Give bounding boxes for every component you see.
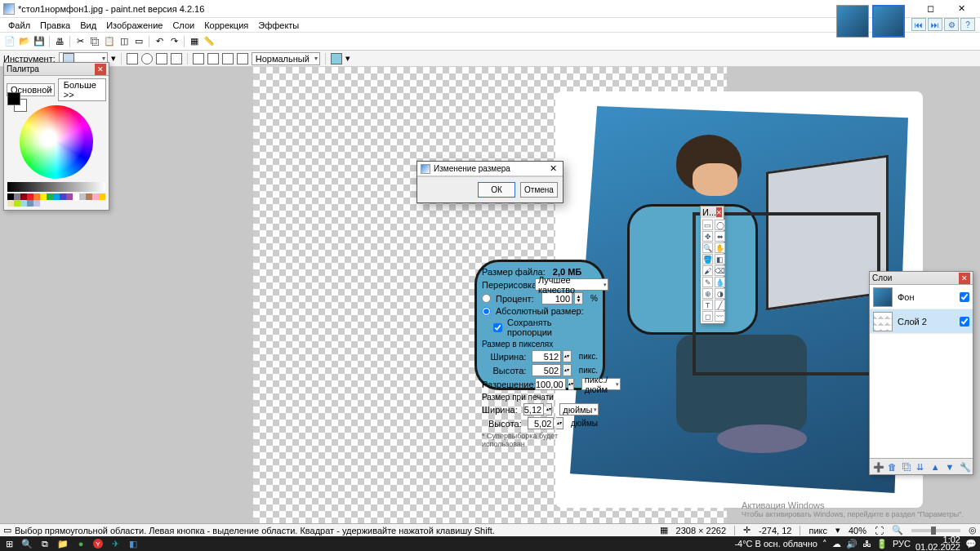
palette-window[interactable]: Палитра ✕ Основной Больше >>: [3, 62, 109, 211]
palette-color[interactable]: [86, 193, 92, 200]
zoom100-icon[interactable]: ◎: [969, 525, 977, 535]
height-in-input[interactable]: 5,02: [528, 417, 555, 429]
status-unit[interactable]: пикс: [808, 526, 827, 535]
tools-close-icon[interactable]: ✕: [716, 207, 722, 217]
palette-color[interactable]: [14, 200, 20, 207]
resample-combo[interactable]: Лучшее качество: [535, 278, 608, 291]
zoom-slider[interactable]: [911, 529, 960, 532]
tool-picker-icon[interactable]: 💧: [715, 277, 725, 287]
paintnet-icon[interactable]: ◧: [127, 538, 139, 549]
grid-icon[interactable]: ▦: [188, 35, 201, 48]
palette-color[interactable]: [14, 193, 20, 200]
maximize-button[interactable]: ◻: [915, 0, 946, 18]
selmode-replace-icon[interactable]: [193, 53, 204, 64]
settings-button[interactable]: ⚙: [944, 18, 959, 31]
palette-color[interactable]: [60, 193, 66, 200]
width-unit-combo[interactable]: дюймы: [559, 403, 599, 415]
undo-icon[interactable]: ↶: [153, 35, 166, 48]
tool-text-icon[interactable]: T: [702, 300, 713, 310]
search-icon[interactable]: 🔍: [21, 538, 33, 549]
keep-aspect-checkbox[interactable]: [493, 323, 502, 332]
menu-edit[interactable]: Правка: [35, 19, 75, 32]
language-indicator[interactable]: РУС: [893, 539, 911, 549]
layer-visible-checkbox[interactable]: [960, 317, 969, 327]
open-icon[interactable]: 📂: [18, 35, 31, 48]
blend-mode[interactable]: Нормальный: [252, 52, 320, 65]
status-zoom[interactable]: 40%: [849, 526, 866, 535]
res-unit-combo[interactable]: пикс./дюйм: [581, 378, 621, 390]
menu-view[interactable]: Вид: [75, 19, 101, 32]
doc-thumb-2[interactable]: [872, 5, 905, 38]
palette-color[interactable]: [20, 193, 27, 200]
tool-rect-select-icon[interactable]: ▭: [702, 220, 713, 230]
layer-delete-icon[interactable]: 🗑: [888, 462, 898, 472]
selmode-add-icon[interactable]: [207, 53, 219, 64]
palette-color[interactable]: [7, 200, 14, 207]
layer-up-icon[interactable]: ▲: [931, 462, 941, 472]
next-doc-button[interactable]: ⏭: [928, 18, 942, 31]
width-in-spin[interactable]: ▴▾: [546, 403, 552, 415]
res-spin[interactable]: ▴▾: [568, 378, 574, 390]
tool-gradient-icon[interactable]: ◧: [715, 254, 725, 264]
palette-color[interactable]: [99, 193, 105, 200]
redo-icon[interactable]: ↷: [167, 35, 180, 48]
absolute-radio[interactable]: [482, 307, 491, 316]
close-button[interactable]: ✕: [946, 0, 977, 18]
tool-moveselection-icon[interactable]: ⬌: [715, 231, 725, 242]
tool-move-icon[interactable]: ✥: [702, 231, 713, 242]
palette-color[interactable]: [79, 193, 86, 200]
palette-color[interactable]: [33, 200, 40, 207]
palette-more-button[interactable]: Больше >>: [58, 78, 106, 101]
value-strip[interactable]: [7, 182, 105, 192]
network-icon[interactable]: 🖧: [862, 539, 871, 549]
explorer-icon[interactable]: 📁: [57, 538, 69, 549]
volume-icon[interactable]: 🔊: [846, 539, 858, 549]
tools-window[interactable]: И...✕ ▭◯ ✥⬌ 🔍✋ 🪣◧ 🖌⌫ ✎💧 ⊕◑ T╱ ◻〰: [700, 206, 724, 324]
save-icon[interactable]: 💾: [33, 35, 46, 48]
dialog-close-icon[interactable]: ✕: [546, 162, 559, 176]
onedrive-icon[interactable]: ☁: [832, 539, 841, 549]
height-in-spin[interactable]: ▴▾: [556, 417, 564, 429]
palette-color[interactable]: [92, 193, 99, 200]
width-px-input[interactable]: 512: [532, 350, 561, 362]
sel-ellipse-icon[interactable]: [141, 53, 153, 64]
tool-pencil-icon[interactable]: ✎: [702, 277, 713, 287]
layer-props-icon[interactable]: 🔧: [960, 462, 969, 472]
ruler-icon[interactable]: 📏: [203, 35, 216, 48]
layer-duplicate-icon[interactable]: ⿻: [902, 462, 912, 472]
clock[interactable]: 1:0201.02.2022: [915, 536, 960, 551]
zoomfit-icon[interactable]: ⛶: [875, 526, 884, 535]
color-wheel[interactable]: [20, 105, 93, 179]
sel-rect-icon[interactable]: [127, 53, 138, 64]
layers-close-icon[interactable]: ✕: [959, 273, 970, 284]
prev-doc-button[interactable]: ⏮: [911, 18, 926, 31]
primary-secondary-swatch[interactable]: [7, 92, 27, 112]
doc-thumb-1[interactable]: [836, 5, 869, 38]
sel-wand-icon[interactable]: [171, 53, 182, 64]
palette-color[interactable]: [73, 193, 79, 200]
crop-icon[interactable]: ◫: [118, 35, 131, 48]
tool-recolor-icon[interactable]: ◑: [715, 288, 725, 299]
palette-color[interactable]: [40, 193, 47, 200]
notifications-icon[interactable]: 💬: [965, 539, 977, 549]
tool-lasso-icon[interactable]: ◯: [715, 220, 725, 230]
tool-clone-icon[interactable]: ⊕: [702, 288, 713, 299]
palette-color[interactable]: [7, 193, 14, 200]
chrome-icon[interactable]: ●: [75, 538, 87, 549]
cancel-button[interactable]: Отмена: [520, 182, 558, 198]
sampling-icon[interactable]: [331, 53, 342, 64]
layer-visible-checkbox[interactable]: [960, 292, 969, 302]
menu-file[interactable]: Файл: [3, 19, 35, 32]
menu-image[interactable]: Изображение: [101, 19, 167, 32]
resize-dialog[interactable]: Изменение размера ✕ Размер файла: 2,0 МБ…: [416, 161, 564, 203]
palette-color[interactable]: [20, 200, 27, 207]
taskview-icon[interactable]: ⧉: [39, 538, 51, 549]
tool-eraser-icon[interactable]: ⌫: [715, 265, 725, 276]
height-px-spin[interactable]: ▴▾: [564, 364, 571, 376]
palette-swatches[interactable]: [4, 192, 109, 210]
sel-lasso-icon[interactable]: [156, 53, 167, 64]
width-in-input[interactable]: 5,12: [523, 403, 544, 415]
palette-color[interactable]: [33, 193, 40, 200]
tool-shapes-icon[interactable]: ◻: [702, 311, 713, 322]
help-button[interactable]: ?: [960, 18, 975, 31]
